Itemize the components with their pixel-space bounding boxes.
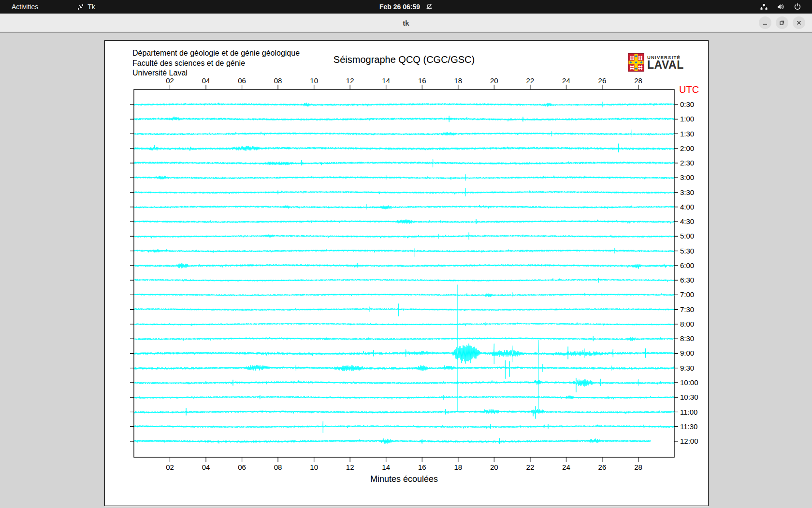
trace-time-label: 1:00 — [680, 115, 694, 123]
trace-time-label: 2:30 — [680, 159, 694, 167]
seismogram-trace — [134, 292, 674, 297]
seismogram-trace — [134, 322, 674, 326]
x-tick-label-top: 12 — [346, 76, 354, 85]
clock-area[interactable]: Feb 26 06:59 — [379, 0, 433, 14]
x-tick-label-top: 26 — [598, 76, 607, 85]
x-tick-label-top: 08 — [274, 76, 282, 85]
network-wired-icon — [760, 3, 768, 11]
seismogram-trace — [134, 284, 674, 411]
seismogram-trace — [134, 116, 674, 122]
x-axis-title: Minutes écoulées — [134, 474, 674, 484]
x-tick-label-bottom: 16 — [418, 463, 426, 471]
trace-time-label: 11:00 — [680, 408, 697, 416]
seismogram-trace — [134, 248, 674, 257]
x-tick-label-top: 10 — [310, 76, 318, 85]
x-tick-label-bottom: 08 — [274, 463, 282, 471]
minimize-icon — [762, 20, 768, 26]
x-tick-label-bottom: 28 — [634, 463, 642, 471]
trace-time-label: 3:00 — [680, 173, 694, 181]
seismogram-trace — [134, 159, 674, 167]
x-tick-label-bottom: 26 — [598, 463, 607, 471]
seismogram-trace — [134, 304, 674, 316]
window-title: tk — [403, 18, 409, 27]
seismogram-trace — [134, 219, 674, 224]
x-tick-label-bottom: 04 — [202, 463, 210, 471]
top-bar-left: Activities Tk — [0, 0, 95, 14]
x-tick-label-top: 28 — [634, 76, 642, 85]
focused-app-indicator[interactable]: Tk — [77, 0, 95, 14]
seismogram-trace — [134, 421, 674, 433]
x-tick-label-bottom: 22 — [526, 463, 535, 471]
x-tick-label-top: 22 — [526, 76, 535, 85]
seismogram-trace — [134, 336, 674, 341]
seismogram-trace — [134, 188, 674, 196]
trace-time-label: 6:00 — [680, 261, 694, 269]
power-icon — [794, 3, 801, 11]
tk-app-icon — [77, 3, 84, 11]
seismogram-trace — [134, 378, 674, 392]
volume-icon — [777, 3, 785, 11]
seismogram-trace — [134, 360, 674, 379]
trace-time-label: 1:30 — [680, 130, 694, 138]
trace-time-label: 7:00 — [680, 290, 694, 299]
activities-button[interactable]: Activities — [0, 0, 47, 14]
trace-time-label: 7:30 — [680, 305, 694, 314]
x-tick-label-top: 02 — [166, 76, 174, 85]
window-controls — [759, 16, 805, 29]
seismogram-trace — [134, 174, 674, 180]
trace-time-label: 10:30 — [680, 393, 698, 401]
trace-time-label: 11:30 — [680, 422, 697, 431]
x-tick-label-bottom: 12 — [346, 463, 354, 471]
seismogram-trace — [134, 263, 674, 269]
x-tick-label-bottom: 20 — [490, 463, 498, 471]
plot-border — [134, 90, 674, 457]
seismogram-trace — [134, 406, 674, 419]
seismogram-trace — [134, 130, 674, 137]
gnome-top-bar: Activities Tk — [0, 0, 812, 14]
seismogram-trace — [134, 438, 651, 444]
seismogram-trace — [134, 204, 674, 209]
restore-icon — [779, 20, 785, 26]
x-tick-label-top: 16 — [418, 76, 426, 85]
window-titlebar[interactable]: tk — [0, 14, 812, 32]
trace-time-label: 8:30 — [680, 334, 694, 343]
x-tick-label-top: 06 — [238, 76, 246, 85]
activities-label: Activities — [12, 3, 38, 11]
x-tick-label-bottom: 14 — [382, 463, 390, 471]
desktop: Activities Tk — [0, 0, 812, 508]
tk-window-content: Département de géologie et de génie géol… — [0, 32, 812, 508]
minimize-button[interactable] — [759, 16, 771, 29]
seismogram-trace — [134, 102, 674, 107]
restore-button[interactable] — [776, 16, 788, 29]
x-tick-label-bottom: 18 — [454, 463, 462, 471]
seismogram-trace — [134, 144, 674, 152]
x-tick-label-top: 04 — [202, 76, 210, 85]
trace-time-label: 4:30 — [680, 217, 694, 225]
seismogram-trace — [134, 232, 674, 239]
notifications-muted-icon — [426, 3, 433, 10]
trace-time-label: 9:30 — [680, 364, 694, 372]
trace-time-label: 8:00 — [680, 320, 694, 328]
trace-time-label: 2:00 — [680, 144, 694, 152]
trace-time-label: 10:00 — [680, 378, 698, 387]
seismogram-plot: 0202040406060808101012121414161618182020… — [105, 41, 708, 506]
trace-time-label: 9:00 — [680, 349, 694, 357]
trace-time-label: 0:30 — [680, 100, 694, 108]
trace-time-label: 3:30 — [680, 188, 694, 196]
seismogram-trace — [134, 395, 674, 400]
x-tick-label-top: 20 — [490, 76, 498, 85]
trace-time-label: 4:00 — [680, 203, 694, 211]
x-tick-label-top: 24 — [562, 76, 570, 85]
close-button[interactable] — [793, 16, 805, 29]
app-name-label: Tk — [87, 3, 95, 11]
x-tick-label-bottom: 10 — [310, 463, 318, 471]
x-tick-label-bottom: 06 — [238, 463, 246, 471]
close-icon — [796, 20, 802, 26]
x-tick-label-top: 18 — [454, 76, 462, 85]
trace-time-label: 5:00 — [680, 232, 694, 240]
trace-time-label: 5:30 — [680, 247, 694, 255]
seismograph-canvas: Département de géologie et de génie géol… — [104, 40, 709, 506]
system-status-area[interactable] — [760, 0, 812, 14]
clock-label: Feb 26 06:59 — [379, 3, 420, 11]
x-tick-label-top: 14 — [382, 76, 390, 85]
